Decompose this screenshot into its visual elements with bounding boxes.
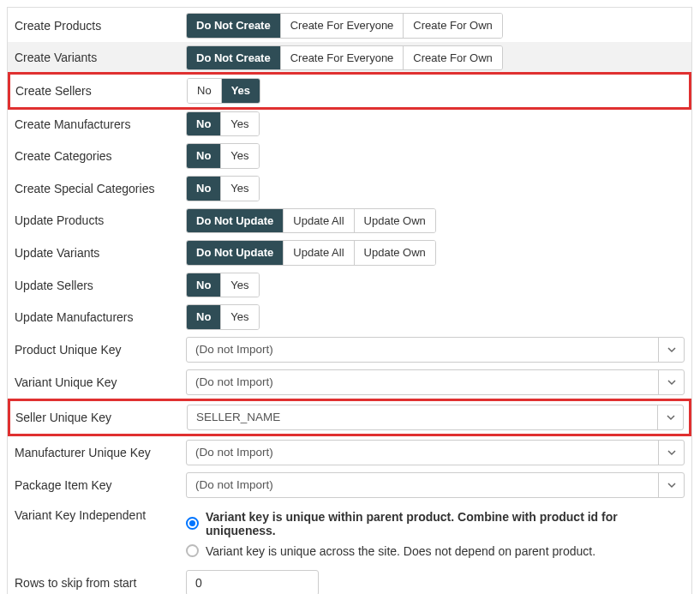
toggle-update-products: Do Not Update Update All Update Own <box>186 208 436 234</box>
row-update-sellers: Update Sellers No Yes <box>8 269 691 302</box>
row-update-variants: Update Variants Do Not Update Update All… <box>8 237 691 269</box>
chevron-down-icon <box>658 370 684 394</box>
settings-panel: Create Products Do Not Create Create For… <box>7 7 692 594</box>
select-seller-key[interactable]: SELLER_NAME <box>187 405 684 430</box>
opt-update-all[interactable]: Update All <box>284 241 354 265</box>
toggle-create-manufacturers: No Yes <box>186 111 260 137</box>
opt-no[interactable]: No <box>187 112 221 136</box>
label-rows-skip: Rows to skip from start <box>15 576 186 590</box>
toggle-create-sellers: No Yes <box>187 78 260 104</box>
row-package-key: Package Item Key (Do not Import) <box>8 469 691 501</box>
label-create-products: Create Products <box>15 19 186 33</box>
row-manufacturer-key: Manufacturer Unique Key (Do not Import) <box>8 436 691 469</box>
label-update-sellers: Update Sellers <box>15 279 186 292</box>
opt-create-own[interactable]: Create For Own <box>404 46 501 70</box>
row-update-manufacturers: Update Manufacturers No Yes <box>8 301 691 333</box>
select-value: (Do not Import) <box>187 370 658 394</box>
row-create-products: Create Products Do Not Create Create For… <box>8 9 691 42</box>
opt-no[interactable]: No <box>188 79 222 103</box>
label-create-manufacturers: Create Manufacturers <box>15 117 186 131</box>
opt-create-everyone[interactable]: Create For Everyone <box>281 14 404 38</box>
row-update-products: Update Products Do Not Update Update All… <box>8 205 691 237</box>
opt-update-own[interactable]: Update Own <box>355 209 435 233</box>
input-rows-skip[interactable] <box>186 570 319 594</box>
opt-yes[interactable]: Yes <box>221 273 258 297</box>
opt-no[interactable]: No <box>187 273 221 297</box>
opt-yes[interactable]: Yes <box>222 79 260 103</box>
row-create-categories: Create Categories No Yes <box>8 140 691 172</box>
toggle-update-variants: Do Not Update Update All Update Own <box>186 240 436 266</box>
opt-create-own[interactable]: Create For Own <box>404 14 501 38</box>
row-create-special-categories: Create Special Categories No Yes <box>8 172 691 205</box>
select-package-key[interactable]: (Do not Import) <box>186 472 685 498</box>
opt-do-not-update[interactable]: Do Not Update <box>187 241 284 265</box>
chevron-down-icon <box>658 473 684 497</box>
label-create-categories: Create Categories <box>15 149 186 163</box>
opt-update-all[interactable]: Update All <box>284 209 354 233</box>
row-variant-independent: Variant Key Independent Variant key is u… <box>8 501 691 567</box>
radio-icon <box>186 544 199 557</box>
select-value: (Do not Import) <box>187 441 658 465</box>
opt-yes[interactable]: Yes <box>221 177 258 201</box>
toggle-create-products: Do Not Create Create For Everyone Create… <box>186 13 503 39</box>
radio-opt-across-site[interactable]: Variant key is unique across the site. D… <box>186 543 685 563</box>
opt-do-not-update[interactable]: Do Not Update <box>187 209 284 233</box>
opt-do-not-create[interactable]: Do Not Create <box>187 14 281 38</box>
label-seller-key: Seller Unique Key <box>15 411 187 424</box>
select-value: (Do not Import) <box>187 338 658 362</box>
select-value: SELLER_NAME <box>188 405 657 429</box>
label-create-variants: Create Variants <box>15 51 186 64</box>
row-variant-key: Variant Unique Key (Do not Import) <box>8 366 691 399</box>
opt-yes[interactable]: Yes <box>221 112 258 136</box>
opt-yes[interactable]: Yes <box>221 144 258 168</box>
opt-update-own[interactable]: Update Own <box>355 241 435 265</box>
label-variant-key: Variant Unique Key <box>15 375 186 389</box>
toggle-update-sellers: No Yes <box>186 273 260 298</box>
chevron-down-icon <box>658 441 684 465</box>
label-update-products: Update Products <box>15 213 186 227</box>
label-update-variants: Update Variants <box>15 246 186 260</box>
opt-yes[interactable]: Yes <box>221 305 258 329</box>
toggle-create-variants: Do Not Create Create For Everyone Create… <box>186 45 503 71</box>
select-value: (Do not Import) <box>187 473 658 497</box>
opt-no[interactable]: No <box>187 305 221 329</box>
label-package-key: Package Item Key <box>15 478 186 492</box>
label-product-key: Product Unique Key <box>15 343 186 357</box>
opt-no[interactable]: No <box>187 177 221 201</box>
row-rows-skip: Rows to skip from start <box>8 567 691 594</box>
radio-opt-within-parent[interactable]: Variant key is unique within parent prod… <box>186 508 685 543</box>
radio-icon <box>186 517 199 530</box>
toggle-update-manufacturers: No Yes <box>186 304 260 330</box>
toggle-create-categories: No Yes <box>186 143 260 169</box>
label-create-sellers: Create Sellers <box>15 84 187 98</box>
label-variant-independent: Variant Key Independent <box>15 508 186 522</box>
label-update-manufacturers: Update Manufacturers <box>15 310 186 324</box>
label-manufacturer-key: Manufacturer Unique Key <box>15 446 186 459</box>
chevron-down-icon <box>657 405 683 429</box>
row-create-manufacturers: Create Manufacturers No Yes <box>8 108 691 141</box>
radio-label: Variant key is unique within parent prod… <box>206 510 685 537</box>
select-manufacturer-key[interactable]: (Do not Import) <box>186 440 685 465</box>
row-product-key: Product Unique Key (Do not Import) <box>8 333 691 366</box>
row-seller-key: Seller Unique Key SELLER_NAME <box>8 399 691 436</box>
label-create-special-categories: Create Special Categories <box>15 182 186 195</box>
select-variant-key[interactable]: (Do not Import) <box>186 369 685 395</box>
row-create-variants: Create Variants Do Not Create Create For… <box>8 42 691 75</box>
opt-no[interactable]: No <box>187 144 221 168</box>
toggle-create-special-categories: No Yes <box>186 176 260 201</box>
chevron-down-icon <box>658 338 684 362</box>
opt-do-not-create[interactable]: Do Not Create <box>187 46 281 70</box>
select-product-key[interactable]: (Do not Import) <box>186 337 685 363</box>
row-create-sellers: Create Sellers No Yes <box>8 72 691 110</box>
radio-label: Variant key is unique across the site. D… <box>206 544 595 558</box>
opt-create-everyone[interactable]: Create For Everyone <box>281 46 404 70</box>
